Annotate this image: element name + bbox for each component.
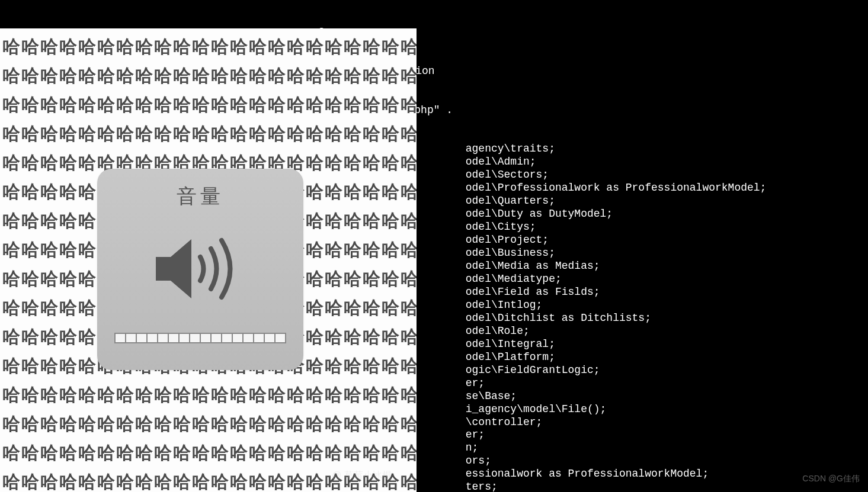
svg-marker-0 bbox=[156, 239, 191, 298]
volume-level-bar[interactable] bbox=[114, 333, 286, 343]
volume-segment bbox=[254, 334, 265, 342]
volume-segment bbox=[158, 334, 169, 342]
volume-segment bbox=[137, 334, 148, 342]
volume-segment bbox=[116, 334, 126, 342]
volume-osd: 音量 bbox=[97, 169, 303, 370]
volume-segment bbox=[233, 334, 244, 342]
haha-row: 哈哈哈哈哈哈哈哈哈哈哈哈哈哈哈哈哈哈哈哈哈哈 bbox=[0, 119, 417, 148]
volume-title: 音量 bbox=[177, 184, 224, 208]
volume-segment bbox=[265, 334, 276, 342]
volume-segment bbox=[180, 334, 190, 342]
haha-row: 哈哈哈哈哈哈哈哈哈哈哈哈哈哈哈哈哈哈哈哈哈哈 bbox=[0, 32, 417, 61]
volume-segment bbox=[222, 334, 233, 342]
volume-segment bbox=[190, 334, 201, 342]
volume-segment bbox=[276, 334, 285, 342]
haha-row: 哈哈哈哈哈哈哈哈哈哈哈哈哈哈哈哈哈哈哈哈哈哈 bbox=[0, 90, 417, 119]
volume-segment bbox=[244, 334, 254, 342]
volume-segment bbox=[201, 334, 212, 342]
watermark-weibo: @ 草莓小冰棍 bbox=[332, 470, 392, 481]
watermark-csdn: CSDN @G佳伟 bbox=[802, 474, 860, 484]
speaker-icon bbox=[150, 227, 251, 310]
haha-row: 哈哈哈哈哈哈哈哈哈哈哈哈哈哈哈哈哈哈哈哈哈哈 bbox=[0, 380, 417, 409]
haha-row: 哈哈哈哈哈哈哈哈哈哈哈哈哈哈哈哈哈哈哈哈哈哈 bbox=[0, 409, 417, 438]
volume-segment bbox=[126, 334, 137, 342]
volume-segment bbox=[148, 334, 158, 342]
haha-row: 哈哈哈哈哈哈哈哈哈哈哈哈哈哈哈哈哈哈哈哈哈哈 bbox=[0, 61, 417, 90]
volume-segment bbox=[212, 334, 222, 342]
volume-segment bbox=[169, 334, 180, 342]
haha-row: 哈哈哈哈哈哈哈哈哈哈哈哈哈哈哈哈哈哈哈哈哈哈 bbox=[0, 438, 417, 467]
